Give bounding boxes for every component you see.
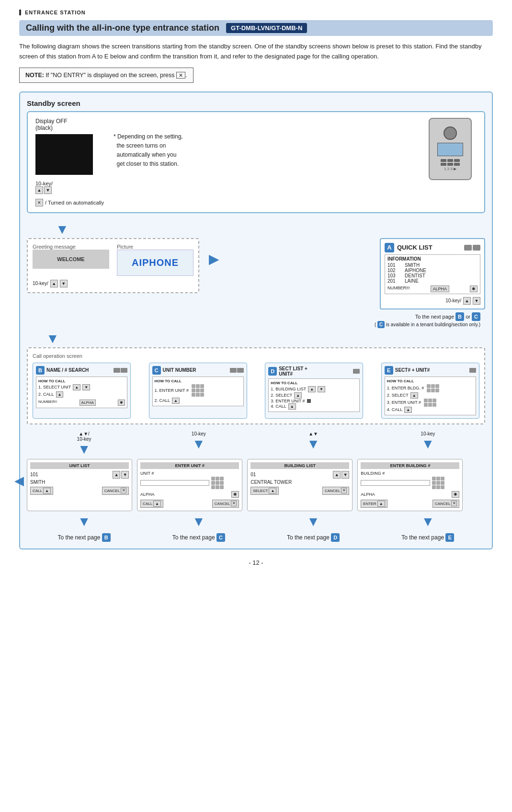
x-btn-icon: ✕ bbox=[35, 199, 43, 206]
cancel-btn-ul[interactable]: CANCEL✕ bbox=[102, 487, 129, 495]
note-title: NOTE: bbox=[25, 72, 44, 79]
note-box: NOTE: If "NO ENTRY" is displayed on the … bbox=[19, 68, 193, 83]
call-btn-ul[interactable]: CALL ▲ bbox=[30, 487, 53, 495]
next-b-badge: B bbox=[102, 533, 111, 542]
black-screen bbox=[35, 134, 93, 175]
arrows-to-next-row: ▼ ▼ ▼ ▼ bbox=[27, 515, 485, 528]
welcome-screen: WELCOME bbox=[33, 250, 109, 269]
down-btn[interactable]: ▼ bbox=[44, 186, 52, 194]
screen-c-title: UNIT NUMBER bbox=[163, 367, 196, 373]
screen-c-inner: HOW TO CALL 1. ENTER UNIT # 2. CALL ▲ bbox=[152, 377, 244, 406]
key10-label-2: 10-key/ bbox=[33, 281, 48, 286]
d-badge: D bbox=[268, 367, 277, 376]
note-text: If "NO ENTRY" is displayed on the screen… bbox=[46, 72, 187, 79]
down-btn-bl[interactable]: ▼ bbox=[341, 471, 349, 479]
greeting-label: Greeting message bbox=[33, 244, 109, 250]
screen-d-header: D SECT LIST +UNIT# bbox=[268, 366, 360, 377]
down-btn-ul[interactable]: ▼ bbox=[121, 471, 129, 479]
big-left-arrow: ◀ bbox=[14, 473, 24, 488]
quick-list-title: QUICK LIST bbox=[397, 244, 432, 251]
b-badge: B bbox=[36, 366, 45, 375]
cancel-btn-bl[interactable]: CANCEL✕ bbox=[322, 487, 349, 495]
up-btn-ul[interactable]: ▲ bbox=[113, 471, 120, 479]
number-label: NUMBER!!! bbox=[387, 286, 410, 292]
arrow-col-d: ▲▼ ▼ bbox=[261, 431, 366, 456]
intro-text: The following diagram shows the screen t… bbox=[19, 42, 493, 62]
up-btn[interactable]: ▲ bbox=[35, 186, 43, 194]
next-page-c: To the next page C bbox=[146, 533, 251, 542]
arrow-down-c2: ▼ bbox=[192, 515, 205, 528]
entrance-label: ENTRANCE STATION bbox=[19, 10, 493, 15]
auto-label: ✕ / Turned on automatically bbox=[35, 199, 104, 206]
screen-c: C UNIT NUMBER HOW TO CALL 1. ENTER UNIT … bbox=[149, 363, 247, 419]
unit-input[interactable] bbox=[140, 480, 209, 486]
screen-e-header: E SECT# + UNIT# bbox=[385, 366, 476, 375]
up-btn-2[interactable]: ▲ bbox=[50, 280, 58, 287]
next-page-bc-note: To the next page B or C ( C is available… bbox=[375, 312, 480, 328]
call-op-label: Call operation screen bbox=[33, 353, 479, 359]
arrow-down-b2: ▼ bbox=[78, 515, 91, 528]
screen-b: B NAME / # SEARCH HOW TO CALL 1. SELECT … bbox=[33, 363, 131, 419]
screen-b-inner: HOW TO CALL 1. SELECT UNIT ▲▼ 2. CALL ▲ … bbox=[36, 377, 127, 408]
down-btn-2[interactable]: ▼ bbox=[60, 280, 68, 287]
arrow-col-b: ▲▼/10-key ▼ bbox=[32, 431, 137, 456]
next-page-row: To the next page B To the next page C To… bbox=[27, 533, 485, 542]
next-page-e: To the next page E bbox=[375, 533, 480, 542]
arrow-col-d2: ▼ bbox=[261, 515, 366, 528]
quick-list-box: A QUICK LIST INFORMATION 101SMITH 102AIP… bbox=[380, 238, 485, 309]
call-btn-eu[interactable]: CALL ▲ bbox=[140, 500, 163, 508]
arrow-down-d: ▼ bbox=[307, 437, 320, 451]
e-badge: E bbox=[385, 366, 393, 375]
c-badge-ref: C bbox=[472, 312, 480, 321]
page-number: - 12 - bbox=[19, 559, 493, 566]
arrow-down-1: ▼ bbox=[56, 223, 69, 236]
screen-d-inner: HOW TO CALL 1. BUILDING LIST ▲▼ 2. SELEC… bbox=[268, 378, 360, 412]
quick-list-header: A QUICK LIST bbox=[385, 243, 480, 252]
standby-desc: * Depending on the setting, the screen t… bbox=[114, 132, 419, 169]
main-title-text: Calling with the all-in-one type entranc… bbox=[26, 23, 219, 33]
screen-e-title: SECT# + UNIT# bbox=[395, 367, 430, 373]
cancel-btn-eu[interactable]: CANCEL✕ bbox=[212, 500, 239, 508]
building-list-header: BUILDING LIST bbox=[250, 462, 349, 469]
arrow-down-d2: ▼ bbox=[307, 515, 320, 528]
enter-building-header: ENTER BUILDING # bbox=[361, 462, 459, 469]
up-btn-3[interactable]: ▲ bbox=[463, 297, 471, 305]
building-input[interactable] bbox=[361, 480, 430, 486]
unit-list-screen: UNIT LIST 101 ▲ ▼ SMITH CALL ▲ CANCEL✕ bbox=[27, 459, 132, 511]
enter-unit-header: ENTER UNIT # bbox=[140, 462, 239, 469]
next-page-b: To the next page B bbox=[32, 533, 137, 542]
down-btn-3[interactable]: ▼ bbox=[473, 297, 480, 305]
picture-col: Picture AIPHONE bbox=[117, 244, 193, 276]
arrow-right-1: ▶ bbox=[209, 252, 219, 266]
screen-c-header: C UNIT NUMBER bbox=[152, 366, 244, 375]
next-page-d: To the next page D bbox=[261, 533, 366, 542]
up-down-btns[interactable]: ▲ ▼ bbox=[35, 186, 53, 194]
c-badge: C bbox=[152, 366, 161, 375]
cancel-btn-eb[interactable]: CANCEL✕ bbox=[432, 500, 459, 508]
display-off-label: Display OFF(black) bbox=[35, 118, 68, 131]
main-title-bar: Calling with the all-in-one type entranc… bbox=[19, 20, 493, 36]
next-e-badge: E bbox=[445, 533, 454, 542]
call-op-outer: Call operation screen B NAME / # SEARCH … bbox=[27, 347, 485, 424]
info-screen: INFORMATION 101SMITH 102AIPHONE 103DENTI… bbox=[385, 254, 480, 294]
aiphone-screen: AIPHONE bbox=[117, 250, 193, 276]
building-list-screen: BUILDING LIST 01 ▲ ▼ CENTRAL TOWER SELEC… bbox=[247, 459, 353, 511]
arrow-col-e2: ▼ bbox=[375, 515, 480, 528]
screen-b-header: B NAME / # SEARCH bbox=[36, 366, 127, 375]
star-btn[interactable]: ✱ bbox=[470, 286, 478, 292]
device-screen-small bbox=[437, 143, 463, 156]
select-btn-bl[interactable]: SELECT ▲ bbox=[250, 487, 279, 495]
key10-label: 10-key/ bbox=[35, 181, 53, 186]
unit-name-smith: SMITH bbox=[30, 480, 129, 485]
call-op-row: B NAME / # SEARCH HOW TO CALL 1. SELECT … bbox=[33, 363, 479, 419]
enter-btn-eb[interactable]: ENTER ▲ bbox=[361, 500, 387, 508]
up-btn-bl[interactable]: ▲ bbox=[333, 471, 341, 479]
arrow-col-e: 10-key ▼ bbox=[375, 431, 480, 456]
arrow-down-b: ▼ bbox=[78, 443, 91, 456]
device-drawing: 1 2 3 ▶ bbox=[429, 118, 472, 180]
enter-building-screen: ENTER BUILDING # BUILDING # ALPHA ✱ ENTE… bbox=[357, 459, 463, 511]
b-badge-ref: B bbox=[455, 312, 464, 321]
screen-d-title: SECT LIST +UNIT# bbox=[279, 366, 307, 377]
screen-e-inner: HOW TO CALL 1. ENTER BLDG. # 2. SELECT ▲… bbox=[385, 377, 476, 415]
alpha-btn[interactable]: ALPHA bbox=[431, 286, 450, 292]
